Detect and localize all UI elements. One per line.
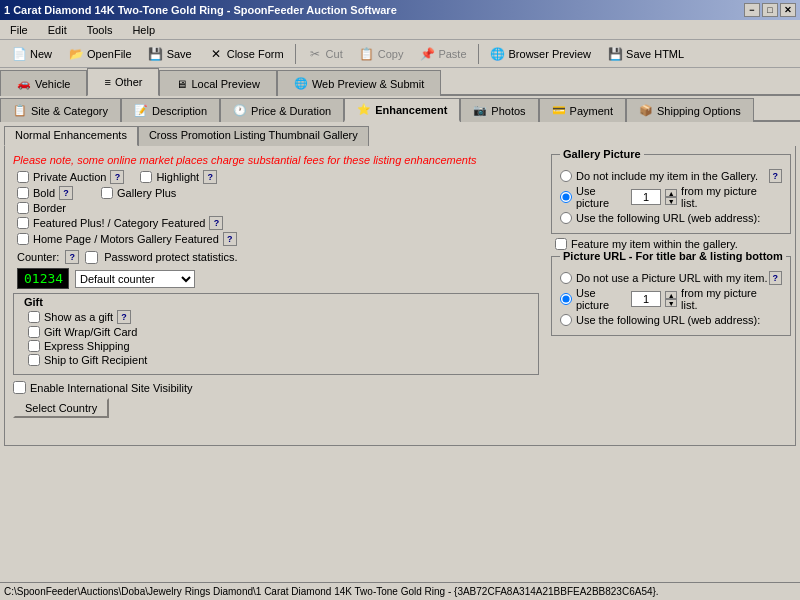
gift-wrap-checkbox[interactable] <box>28 326 40 338</box>
close-form-button[interactable]: ✕ Close Form <box>201 43 291 65</box>
save-button[interactable]: 💾 Save <box>141 43 199 65</box>
tab-price-duration[interactable]: 🕐 Price & Duration <box>220 98 344 122</box>
pic-num-down[interactable]: ▼ <box>665 197 677 205</box>
show-as-gift-checkbox[interactable] <box>28 311 40 323</box>
featured-plus-row: Featured Plus! / Category Featured ? <box>17 216 543 230</box>
gallery-plus-checkbox[interactable] <box>101 187 113 199</box>
highlight-checkbox[interactable] <box>140 171 152 183</box>
minimize-button[interactable]: − <box>744 3 760 17</box>
pic-num-input[interactable] <box>631 189 661 205</box>
counter-display: 01234 <box>17 268 69 289</box>
maximize-button[interactable]: □ <box>762 3 778 17</box>
cut-button[interactable]: ✂ Cut <box>300 43 350 65</box>
select-country-button[interactable]: Select Country <box>13 398 109 418</box>
feature-item-checkbox[interactable] <box>555 238 567 250</box>
home-page-help[interactable]: ? <box>223 232 237 246</box>
tab-photos[interactable]: 📷 Photos <box>460 98 538 122</box>
picture-url-help[interactable]: ? <box>769 271 782 285</box>
nav-tab-local-preview[interactable]: 🖥 Local Preview <box>159 70 276 96</box>
express-shipping-row: Express Shipping <box>28 340 532 352</box>
openfile-icon: 📂 <box>68 46 84 62</box>
tab-enhancement[interactable]: ⭐ Enhancement <box>344 98 460 122</box>
gift-section: Gift Show as a gift ? Gift Wrap/Gift Car… <box>13 293 539 375</box>
nav-tabs: 🚗 Vehicle ≡ Other 🖥 Local Preview 🌐 Web … <box>0 68 800 96</box>
menu-tools[interactable]: Tools <box>81 22 119 38</box>
counter-help[interactable]: ? <box>65 250 79 264</box>
private-auction-row: Private Auction ? <box>17 170 124 184</box>
openfile-button[interactable]: 📂 OpenFile <box>61 43 139 65</box>
use-url2-radio[interactable] <box>560 314 572 326</box>
no-pic-url-row: Do not use a Picture URL with my item. <box>560 272 769 284</box>
tab-site-category[interactable]: 📋 Site & Category <box>0 98 121 122</box>
home-page-checkbox[interactable] <box>17 233 29 245</box>
ship-to-gift-checkbox[interactable] <box>28 354 40 366</box>
use-picture-row: Use picture ▲ ▼ from my picture list. <box>560 185 769 209</box>
bold-help[interactable]: ? <box>59 186 73 200</box>
enhancement-icon: ⭐ <box>357 103 371 116</box>
paste-icon: 📌 <box>419 46 435 62</box>
use-url-row: Use the following URL (web address): <box>560 212 769 224</box>
toolbar-separator <box>295 44 296 64</box>
photos-icon: 📷 <box>473 104 487 117</box>
toolbar: 📄 New 📂 OpenFile 💾 Save ✕ Close Form ✂ C… <box>0 40 800 68</box>
use-pic-url-radio[interactable] <box>560 293 572 305</box>
tab-payment[interactable]: 💳 Payment <box>539 98 626 122</box>
nav-tab-vehicle[interactable]: 🚗 Vehicle <box>0 70 87 96</box>
new-button[interactable]: 📄 New <box>4 43 59 65</box>
show-as-gift-help[interactable]: ? <box>117 310 131 324</box>
inner-tab-normal[interactable]: Normal Enhancements <box>4 126 138 146</box>
gallery-help[interactable]: ? <box>769 169 782 183</box>
gallery-picture-section: Gallery Picture Do not include my item i… <box>551 154 791 234</box>
nav-tab-web-preview[interactable]: 🌐 Web Preview & Submit <box>277 70 441 96</box>
inner-tab-cross-promo[interactable]: Cross Promotion Listing Thumbnail Galler… <box>138 126 369 146</box>
status-path: C:\SpoonFeeder\Auctions\Doba\Jewelry Rin… <box>4 586 659 597</box>
express-shipping-checkbox[interactable] <box>28 340 40 352</box>
enable-international-checkbox[interactable] <box>13 381 26 394</box>
tab-description[interactable]: 📝 Description <box>121 98 220 122</box>
copy-button[interactable]: 📋 Copy <box>352 43 411 65</box>
tab-shipping[interactable]: 📦 Shipping Options <box>626 98 754 122</box>
window-title: 1 Carat Diamond 14K Two-Tone Gold Ring -… <box>4 4 397 16</box>
close-form-icon: ✕ <box>208 46 224 62</box>
border-checkbox[interactable] <box>17 202 29 214</box>
browser-preview-button[interactable]: 🌐 Browser Preview <box>483 43 599 65</box>
picture-url-section: Picture URL - For title bar & listing bo… <box>551 256 791 336</box>
no-pic-url-radio[interactable] <box>560 272 572 284</box>
private-auction-help[interactable]: ? <box>110 170 124 184</box>
featured-plus-checkbox[interactable] <box>17 217 29 229</box>
close-button[interactable]: ✕ <box>780 3 796 17</box>
local-preview-icon: 🖥 <box>176 78 187 90</box>
pic-num-up[interactable]: ▲ <box>665 189 677 197</box>
pic-num2-down[interactable]: ▼ <box>665 299 677 307</box>
save-html-button[interactable]: 💾 Save HTML <box>600 43 691 65</box>
use-url-radio[interactable] <box>560 212 572 224</box>
right-column: Gallery Picture Do not include my item i… <box>551 150 791 418</box>
feature-item-row: Feature my item within the gallery. <box>555 238 787 250</box>
new-icon: 📄 <box>11 46 27 62</box>
cut-icon: ✂ <box>307 46 323 62</box>
pic-num2-up[interactable]: ▲ <box>665 291 677 299</box>
counter-select[interactable]: Default counter <box>75 270 195 288</box>
nav-tab-other[interactable]: ≡ Other <box>87 68 159 96</box>
menu-help[interactable]: Help <box>126 22 161 38</box>
gallery-radio-group: Do not include my item in the Gallery. U… <box>560 167 769 227</box>
bold-checkbox[interactable] <box>17 187 29 199</box>
copy-icon: 📋 <box>359 46 375 62</box>
payment-icon: 💳 <box>552 104 566 117</box>
menu-edit[interactable]: Edit <box>42 22 73 38</box>
menu-file[interactable]: File <box>4 22 34 38</box>
pic-num2-spinners: ▲ ▼ <box>665 291 677 307</box>
private-auction-checkbox[interactable] <box>17 171 29 183</box>
featured-plus-help[interactable]: ? <box>209 216 223 230</box>
use-picture-radio[interactable] <box>560 191 572 203</box>
price-duration-icon: 🕐 <box>233 104 247 117</box>
paste-button[interactable]: 📌 Paste <box>412 43 473 65</box>
password-protect-checkbox[interactable] <box>85 251 98 264</box>
highlight-row: Highlight ? <box>140 170 217 184</box>
highlight-help[interactable]: ? <box>203 170 217 184</box>
enable-international-row: Enable International Site Visibility <box>13 381 543 394</box>
title-bar-buttons: − □ ✕ <box>744 3 796 17</box>
use-pic-url-row: Use picture ▲ ▼ from my picture list. <box>560 287 769 311</box>
no-gallery-radio[interactable] <box>560 170 572 182</box>
pic-num2-input[interactable] <box>631 291 661 307</box>
